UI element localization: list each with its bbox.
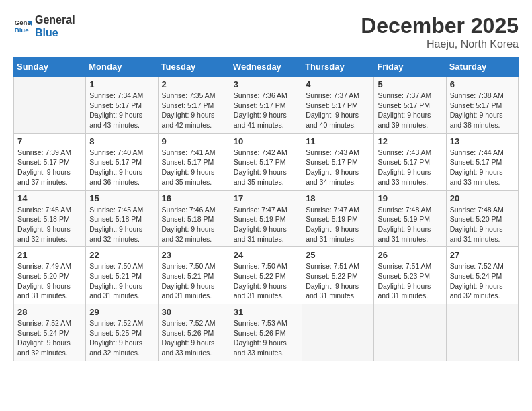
day-info: Sunrise: 7:51 AMSunset: 5:23 PMDaylight:… <box>378 261 442 301</box>
day-info: Sunrise: 7:44 AMSunset: 5:17 PMDaylight:… <box>450 148 515 187</box>
day-number: 22 <box>89 250 154 260</box>
day-info: Sunrise: 7:52 AMSunset: 5:24 PMDaylight:… <box>450 261 515 301</box>
logo: General Blue General Blue <box>13 13 75 39</box>
day-info: Sunrise: 7:39 AMSunset: 5:17 PMDaylight:… <box>17 148 82 187</box>
day-info: Sunrise: 7:36 AMSunset: 5:17 PMDaylight:… <box>234 91 298 130</box>
calendar-cell: 10Sunrise: 7:42 AMSunset: 5:17 PMDayligh… <box>230 133 302 190</box>
calendar-cell: 27Sunrise: 7:52 AMSunset: 5:24 PMDayligh… <box>446 247 518 304</box>
day-number: 9 <box>162 136 226 146</box>
calendar-cell: 17Sunrise: 7:47 AMSunset: 5:19 PMDayligh… <box>230 190 302 247</box>
day-info: Sunrise: 7:52 AMSunset: 5:24 PMDaylight:… <box>17 318 82 358</box>
calendar-cell: 21Sunrise: 7:49 AMSunset: 5:20 PMDayligh… <box>14 247 86 304</box>
day-info: Sunrise: 7:42 AMSunset: 5:17 PMDaylight:… <box>234 148 298 187</box>
day-number: 3 <box>234 79 298 89</box>
calendar-cell: 16Sunrise: 7:46 AMSunset: 5:18 PMDayligh… <box>158 190 230 247</box>
day-info: Sunrise: 7:43 AMSunset: 5:17 PMDaylight:… <box>306 148 370 187</box>
day-number: 11 <box>306 136 370 146</box>
day-number: 6 <box>450 79 515 89</box>
day-number: 30 <box>162 307 226 317</box>
location: Haeju, North Korea <box>361 38 519 50</box>
calendar-cell: 1Sunrise: 7:34 AMSunset: 5:17 PMDaylight… <box>86 77 158 134</box>
day-info: Sunrise: 7:47 AMSunset: 5:19 PMDaylight:… <box>306 205 370 244</box>
calendar-header: SundayMondayTuesdayWednesdayThursdayFrid… <box>14 58 519 77</box>
day-info: Sunrise: 7:45 AMSunset: 5:18 PMDaylight:… <box>17 205 82 244</box>
day-info: Sunrise: 7:40 AMSunset: 5:17 PMDaylight:… <box>89 148 154 187</box>
month-title: December 2025 <box>361 13 519 38</box>
week-row: 7Sunrise: 7:39 AMSunset: 5:17 PMDaylight… <box>14 133 519 190</box>
calendar-cell: 7Sunrise: 7:39 AMSunset: 5:17 PMDaylight… <box>14 133 86 190</box>
calendar-cell: 9Sunrise: 7:41 AMSunset: 5:17 PMDaylight… <box>158 133 230 190</box>
day-number: 4 <box>306 79 370 89</box>
day-info: Sunrise: 7:43 AMSunset: 5:17 PMDaylight:… <box>378 148 442 187</box>
day-header-tuesday: Tuesday <box>158 58 230 77</box>
title-block: December 2025 Haeju, North Korea <box>361 13 519 50</box>
calendar-cell: 25Sunrise: 7:51 AMSunset: 5:22 PMDayligh… <box>302 247 374 304</box>
day-header-thursday: Thursday <box>302 58 374 77</box>
calendar-cell: 19Sunrise: 7:48 AMSunset: 5:19 PMDayligh… <box>374 190 446 247</box>
day-number: 5 <box>378 79 442 89</box>
day-number: 28 <box>17 307 82 317</box>
calendar-cell: 18Sunrise: 7:47 AMSunset: 5:19 PMDayligh… <box>302 190 374 247</box>
day-info: Sunrise: 7:34 AMSunset: 5:17 PMDaylight:… <box>89 91 154 130</box>
day-number: 2 <box>162 79 226 89</box>
calendar-cell: 14Sunrise: 7:45 AMSunset: 5:18 PMDayligh… <box>14 190 86 247</box>
day-info: Sunrise: 7:47 AMSunset: 5:19 PMDaylight:… <box>234 205 298 244</box>
day-info: Sunrise: 7:46 AMSunset: 5:18 PMDaylight:… <box>162 205 226 244</box>
calendar-cell <box>446 304 518 361</box>
day-info: Sunrise: 7:41 AMSunset: 5:17 PMDaylight:… <box>162 148 226 187</box>
week-row: 14Sunrise: 7:45 AMSunset: 5:18 PMDayligh… <box>14 190 519 247</box>
calendar-cell: 4Sunrise: 7:37 AMSunset: 5:17 PMDaylight… <box>302 77 374 134</box>
calendar-cell: 15Sunrise: 7:45 AMSunset: 5:18 PMDayligh… <box>86 190 158 247</box>
week-row: 28Sunrise: 7:52 AMSunset: 5:24 PMDayligh… <box>14 304 519 361</box>
week-row: 21Sunrise: 7:49 AMSunset: 5:20 PMDayligh… <box>14 247 519 304</box>
calendar-cell: 22Sunrise: 7:50 AMSunset: 5:21 PMDayligh… <box>86 247 158 304</box>
day-header-sunday: Sunday <box>14 58 86 77</box>
day-info: Sunrise: 7:37 AMSunset: 5:17 PMDaylight:… <box>306 91 370 130</box>
day-number: 13 <box>450 136 515 146</box>
day-info: Sunrise: 7:51 AMSunset: 5:22 PMDaylight:… <box>306 261 370 301</box>
day-number: 10 <box>234 136 298 146</box>
calendar-cell <box>302 304 374 361</box>
day-info: Sunrise: 7:50 AMSunset: 5:22 PMDaylight:… <box>234 261 298 301</box>
calendar-cell: 29Sunrise: 7:52 AMSunset: 5:25 PMDayligh… <box>86 304 158 361</box>
day-header-monday: Monday <box>86 58 158 77</box>
logo-blue: Blue <box>35 26 75 39</box>
calendar-cell: 8Sunrise: 7:40 AMSunset: 5:17 PMDaylight… <box>86 133 158 190</box>
day-number: 14 <box>17 193 82 203</box>
calendar-cell: 24Sunrise: 7:50 AMSunset: 5:22 PMDayligh… <box>230 247 302 304</box>
day-number: 15 <box>89 193 154 203</box>
calendar-cell: 12Sunrise: 7:43 AMSunset: 5:17 PMDayligh… <box>374 133 446 190</box>
day-number: 23 <box>162 250 226 260</box>
day-info: Sunrise: 7:52 AMSunset: 5:25 PMDaylight:… <box>89 318 154 358</box>
calendar-cell <box>374 304 446 361</box>
calendar-cell: 6Sunrise: 7:38 AMSunset: 5:17 PMDaylight… <box>446 77 518 134</box>
calendar-cell: 3Sunrise: 7:36 AMSunset: 5:17 PMDaylight… <box>230 77 302 134</box>
calendar-cell: 13Sunrise: 7:44 AMSunset: 5:17 PMDayligh… <box>446 133 518 190</box>
day-number: 16 <box>162 193 226 203</box>
day-number: 8 <box>89 136 154 146</box>
calendar-cell: 26Sunrise: 7:51 AMSunset: 5:23 PMDayligh… <box>374 247 446 304</box>
day-number: 29 <box>89 307 154 317</box>
calendar-table: SundayMondayTuesdayWednesdayThursdayFrid… <box>13 57 519 361</box>
day-header-saturday: Saturday <box>446 58 518 77</box>
logo-icon: General Blue <box>13 17 32 36</box>
day-number: 31 <box>234 307 298 317</box>
day-info: Sunrise: 7:45 AMSunset: 5:18 PMDaylight:… <box>89 205 154 244</box>
day-info: Sunrise: 7:35 AMSunset: 5:17 PMDaylight:… <box>162 91 226 130</box>
day-info: Sunrise: 7:52 AMSunset: 5:26 PMDaylight:… <box>162 318 226 358</box>
day-number: 21 <box>17 250 82 260</box>
calendar-cell <box>14 77 86 134</box>
logo-general: General <box>35 13 75 26</box>
day-number: 7 <box>17 136 82 146</box>
day-number: 17 <box>234 193 298 203</box>
calendar-cell: 20Sunrise: 7:48 AMSunset: 5:20 PMDayligh… <box>446 190 518 247</box>
day-number: 12 <box>378 136 442 146</box>
day-number: 20 <box>450 193 515 203</box>
svg-text:Blue: Blue <box>15 26 29 34</box>
day-number: 1 <box>89 79 154 89</box>
calendar-cell: 28Sunrise: 7:52 AMSunset: 5:24 PMDayligh… <box>14 304 86 361</box>
calendar-cell: 5Sunrise: 7:37 AMSunset: 5:17 PMDaylight… <box>374 77 446 134</box>
day-info: Sunrise: 7:50 AMSunset: 5:21 PMDaylight:… <box>162 261 226 301</box>
calendar-cell: 31Sunrise: 7:53 AMSunset: 5:26 PMDayligh… <box>230 304 302 361</box>
day-info: Sunrise: 7:50 AMSunset: 5:21 PMDaylight:… <box>89 261 154 301</box>
